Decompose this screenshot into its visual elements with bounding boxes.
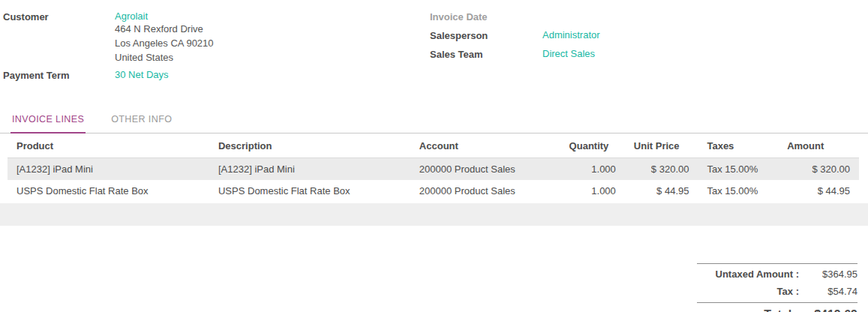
customer-link[interactable]: Agrolait (115, 10, 148, 22)
col-header-unit-price[interactable]: Unit Price (625, 134, 698, 158)
table-header-row: Product Description Account Quantity Uni… (8, 134, 859, 158)
invoice-lines-table: Product Description Account Quantity Uni… (8, 134, 859, 202)
cell-taxes[interactable]: Tax 15.00% (698, 180, 778, 202)
salesperson-field: Salesperson Administrator (430, 29, 859, 41)
cell-description[interactable]: [A1232] iPad Mini (209, 158, 410, 181)
payment-term-label: Payment Term (3, 69, 115, 81)
cell-description[interactable]: USPS Domestic Flat Rate Box (209, 180, 410, 202)
customer-field: Customer Agrolait 464 N Rexford Drive Lo… (3, 10, 430, 64)
cell-product[interactable]: USPS Domestic Flat Rate Box (8, 180, 209, 202)
address-line-1: 464 N Rexford Drive (115, 22, 430, 36)
cell-amount[interactable]: $ 44.95 (778, 180, 859, 202)
col-header-amount[interactable]: Amount (778, 134, 859, 158)
customer-label: Customer (3, 10, 115, 22)
address-line-3: United States (115, 50, 430, 64)
customer-address: 464 N Rexford Drive Los Angeles CA 90210… (115, 22, 430, 64)
address-line-2: Los Angeles CA 90210 (115, 36, 430, 50)
salesperson-label: Salesperson (430, 29, 542, 41)
sales-team-link[interactable]: Direct Sales (542, 48, 595, 59)
cell-unit-price[interactable]: $ 44.95 (625, 180, 698, 202)
total-value: $419.69 (811, 308, 857, 312)
total-row: Total : $419.69 (697, 302, 857, 312)
payment-term-field: Payment Term 30 Net Days (3, 69, 430, 81)
untaxed-amount-row: Untaxed Amount : $364.95 (697, 263, 857, 283)
tab-invoice-lines[interactable]: INVOICE LINES (11, 114, 86, 134)
cell-quantity[interactable]: 1.000 (560, 158, 625, 181)
totals-panel: Untaxed Amount : $364.95 Tax : $54.74 To… (697, 263, 857, 312)
right-field-group: Invoice Date Salesperson Administrator S… (430, 10, 859, 86)
tax-value: $54.74 (811, 286, 857, 297)
invoice-date-label: Invoice Date (430, 10, 542, 22)
untaxed-amount-value: $364.95 (811, 268, 857, 280)
table-row[interactable]: USPS Domestic Flat Rate Box USPS Domesti… (8, 180, 859, 202)
table-row[interactable]: [A1232] iPad Mini [A1232] iPad Mini 2000… (8, 158, 859, 181)
payment-term-link[interactable]: 30 Net Days (115, 69, 169, 80)
tab-other-info[interactable]: OTHER INFO (110, 114, 173, 133)
notebook-tabbar: INVOICE LINES OTHER INFO (0, 114, 868, 134)
col-header-account[interactable]: Account (410, 134, 560, 158)
tax-row: Tax : $54.74 (697, 283, 857, 300)
col-header-product[interactable]: Product (8, 134, 209, 158)
cell-taxes[interactable]: Tax 15.00% (698, 158, 778, 181)
left-field-group: Customer Agrolait 464 N Rexford Drive Lo… (3, 10, 430, 86)
cell-amount[interactable]: $ 320.00 (778, 158, 859, 181)
cell-account[interactable]: 200000 Product Sales (410, 180, 560, 202)
cell-account[interactable]: 200000 Product Sales (410, 158, 560, 181)
sales-team-label: Sales Team (430, 48, 542, 60)
cell-unit-price[interactable]: $ 320.00 (625, 158, 698, 181)
untaxed-amount-label: Untaxed Amount : (697, 268, 811, 280)
col-header-taxes[interactable]: Taxes (698, 134, 778, 158)
invoice-header-fields: Customer Agrolait 464 N Rexford Drive Lo… (0, 0, 868, 86)
total-label: Total : (697, 308, 811, 312)
col-header-quantity[interactable]: Quantity (560, 134, 625, 158)
col-header-description[interactable]: Description (209, 134, 410, 158)
tax-label: Tax : (697, 286, 811, 297)
cell-product[interactable]: [A1232] iPad Mini (8, 158, 209, 181)
invoice-date-field: Invoice Date (430, 10, 859, 22)
empty-row-band (0, 203, 868, 226)
sales-team-field: Sales Team Direct Sales (430, 48, 859, 60)
customer-value: Agrolait 464 N Rexford Drive Los Angeles… (115, 10, 430, 64)
cell-quantity[interactable]: 1.000 (560, 180, 625, 202)
salesperson-link[interactable]: Administrator (542, 29, 600, 40)
